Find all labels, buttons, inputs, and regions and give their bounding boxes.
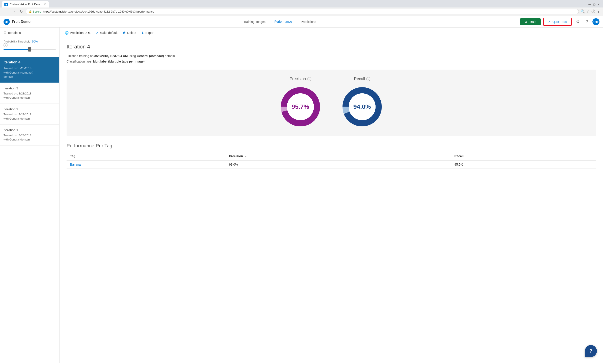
help-icon[interactable]: ? [584, 19, 590, 25]
close-window-button[interactable]: ✕ [597, 3, 600, 6]
prediction-url-button[interactable]: 🌐 Prediction URL [65, 30, 91, 35]
probability-value: 50% [32, 40, 38, 43]
secure-icon: 🔒 Secure [29, 10, 41, 13]
address-actions: 🔍 ☆ ⓘ ⋮ [580, 9, 600, 14]
help-button[interactable]: ? [585, 345, 597, 357]
iteration-2-item[interactable]: Iteration 2 Trained on: 3/28/2018 with G… [0, 104, 59, 125]
make-default-button[interactable]: ✓ Make default [96, 30, 117, 35]
tag-banana[interactable]: Banana [67, 160, 225, 169]
tab-close-button[interactable]: ✕ [44, 3, 46, 6]
iteration-2-name: Iteration 2 [3, 107, 56, 111]
table-header: Tag Precision ▲ Recall [67, 152, 596, 160]
probability-slider[interactable] [3, 49, 56, 53]
gear-icon: ⚙ [524, 20, 527, 23]
sort-ascending-icon[interactable]: ▲ [245, 155, 247, 158]
logo-char: ◉ [5, 20, 8, 23]
perf-per-tag-title: Performance Per Tag [67, 143, 596, 149]
forward-button[interactable]: → [11, 9, 17, 14]
iteration-1-detail: Trained on: 3/28/2018 with General domai… [3, 133, 56, 142]
iteration-info: Finished training on 3/28/2018, 10:37:04… [67, 53, 596, 64]
content-body: Iteration 4 Finished training on 3/28/20… [59, 38, 603, 174]
train-button[interactable]: ⚙ Train [520, 18, 540, 25]
finished-prefix: Finished training on [67, 54, 93, 58]
probability-section: Probability Threshold: 50% i [0, 38, 59, 57]
recall-donut: 94.0% [340, 85, 384, 129]
quick-test-button[interactable]: ✓ Quick Test [543, 18, 572, 26]
export-button[interactable]: ⬇ Export [141, 30, 154, 35]
search-icon[interactable]: 🔍 [580, 9, 585, 14]
content-area: 🌐 Prediction URL ✓ Make default 🗑 Delete… [59, 28, 603, 363]
iteration-3-item[interactable]: Iteration 3 Trained on: 3/28/2018 with G… [0, 83, 59, 104]
url-input[interactable]: 🔒 Secure https://customvision.ai/project… [26, 9, 579, 14]
col-recall: Recall [451, 152, 596, 160]
app-name: Fruit Demo [12, 20, 30, 24]
training-date: 3/28/2018, 10:37:04 AM [94, 54, 128, 58]
nav-training-images[interactable]: Training Images [243, 17, 267, 27]
precision-info-icon[interactable]: i [307, 77, 311, 81]
export-icon: ⬇ [141, 31, 144, 34]
slider-thumb[interactable] [28, 47, 31, 52]
recall-value: 94.0% [353, 103, 371, 110]
logo-icon: ◉ [3, 19, 10, 25]
probability-info-icon[interactable]: i [3, 43, 8, 47]
active-tab[interactable]: ◉ Custom Vision: Fruit Dem... ✕ [2, 1, 49, 8]
iteration-3-name: Iteration 3 [3, 86, 56, 90]
globe-icon: 🌐 [65, 31, 69, 34]
table-body: Banana 99.0% 95.5% [67, 160, 596, 169]
delete-button[interactable]: 🗑 Delete [123, 30, 136, 35]
domain-name: General (compact) [137, 54, 164, 58]
precision-value: 95.7% [291, 103, 309, 110]
maximize-button[interactable]: ▢ [592, 3, 596, 6]
using-text: using [128, 54, 136, 58]
make-default-label: Make default [100, 31, 117, 34]
performance-table: Tag Precision ▲ Recall Banana 99.0% 95.5… [67, 152, 596, 169]
minimize-button[interactable]: — [588, 3, 591, 6]
settings-icon[interactable]: ⚙ [574, 19, 581, 25]
recall-chart: Recall i 94.0% [340, 77, 384, 129]
nav-performance[interactable]: Performance [274, 16, 293, 27]
browser-chrome: ◉ Custom Vision: Fruit Dem... ✕ — ▢ ✕ ← … [0, 0, 603, 16]
tab-favicon: ◉ [4, 3, 8, 6]
info-icon[interactable]: ⓘ [591, 9, 595, 14]
address-bar: ← → ↻ 🔒 Secure https://customvision.ai/p… [0, 8, 603, 16]
checkmark-icon: ✓ [548, 20, 551, 23]
banana-precision: 99.0% [225, 160, 451, 169]
refresh-button[interactable]: ↻ [19, 9, 24, 14]
iteration-title: Iteration 4 [67, 44, 596, 50]
app-logo: ◉ Fruit Demo [3, 19, 30, 25]
export-label: Export [145, 31, 154, 34]
nav-predictions[interactable]: Predictions [300, 17, 317, 27]
precision-value-center: 95.7% [291, 103, 309, 110]
iteration-3-detail: Trained on: 3/28/2018 with General domai… [3, 91, 56, 100]
table-row: Banana 99.0% 95.5% [67, 160, 596, 169]
iteration-1-item[interactable]: Iteration 1 Trained on: 3/28/2018 with G… [0, 125, 59, 145]
quick-test-label: Quick Test [553, 20, 567, 23]
iterations-icon: ☰ [3, 31, 6, 34]
tab-title: Custom Vision: Fruit Dem... [10, 3, 42, 6]
iteration-4-detail: Trained on: 3/28/2018 with General (comp… [3, 66, 56, 79]
slider-fill [3, 49, 30, 50]
iteration-4-item[interactable]: Iteration 4 Trained on: 3/28/2018 with G… [0, 57, 59, 83]
iteration-1-name: Iteration 1 [3, 128, 56, 132]
main-layout: ☰ Iterations Probability Threshold: 50% … [0, 28, 603, 363]
precision-donut: 95.7% [278, 85, 323, 129]
precision-label: Precision i [290, 77, 311, 81]
classification-label: Classification type: [67, 60, 92, 63]
avatar-initial: Anna [592, 20, 600, 23]
charts-section: Precision i 95.7% [67, 70, 596, 136]
back-button[interactable]: ← [3, 9, 9, 14]
iteration-4-name: Iteration 4 [3, 60, 56, 64]
menu-icon[interactable]: ⋮ [597, 9, 600, 14]
recall-info-icon[interactable]: i [366, 77, 370, 81]
recall-label: Recall i [354, 77, 370, 81]
header-nav: Training Images Performance Predictions [39, 16, 520, 27]
avatar[interactable]: Anna [592, 18, 600, 25]
secure-label: Secure [33, 10, 41, 13]
col-tag: Tag [67, 152, 225, 160]
probability-label: Probability Threshold: 50% i [3, 40, 56, 47]
header-actions: ⚙ Train ✓ Quick Test ⚙ ? Anna [520, 18, 600, 26]
iterations-label: Iterations [8, 31, 21, 34]
bookmark-icon[interactable]: ☆ [587, 9, 590, 14]
app-header: ◉ Fruit Demo Training Images Performance… [0, 16, 603, 28]
check-icon: ✓ [96, 31, 99, 34]
